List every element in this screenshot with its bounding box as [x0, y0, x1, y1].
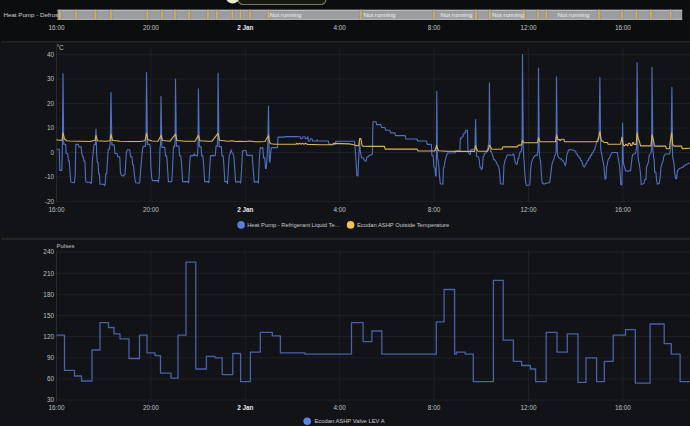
- svg-text:150: 150: [43, 312, 54, 319]
- svg-text:2 Jan: 2 Jan: [237, 24, 253, 31]
- svg-text:Heat Pump - Refrigerant Liquid: Heat Pump - Refrigerant Liquid Te...: [247, 222, 340, 228]
- svg-text:Not running: Not running: [270, 11, 303, 18]
- svg-text:12:00: 12:00: [521, 404, 537, 411]
- svg-text:2 Jan: 2 Jan: [237, 404, 253, 411]
- svg-text:4:00: 4:00: [333, 206, 346, 213]
- svg-text:8:00: 8:00: [428, 206, 441, 213]
- svg-text:60: 60: [47, 375, 55, 382]
- svg-text:30: 30: [47, 75, 55, 82]
- svg-text:°C: °C: [57, 44, 65, 51]
- svg-text:Not running: Not running: [558, 11, 591, 18]
- svg-text:16:00: 16:00: [49, 404, 65, 411]
- svg-text:Ecodan ASHP Outside Temperatur: Ecodan ASHP Outside Temperature: [357, 222, 449, 228]
- svg-text:4:00: 4:00: [333, 404, 346, 411]
- svg-text:16:00: 16:00: [615, 404, 631, 411]
- svg-text:Not running: Not running: [492, 11, 525, 18]
- svg-text:2 Jan: 2 Jan: [237, 206, 253, 213]
- svg-text:8:00: 8:00: [428, 404, 441, 411]
- svg-text:Not running: Not running: [364, 11, 397, 18]
- svg-text:4:00: 4:00: [333, 24, 346, 31]
- svg-text:30: 30: [47, 396, 55, 403]
- svg-text:Heat Pump - Defrost: Heat Pump - Defrost: [4, 11, 61, 18]
- svg-text:16:00: 16:00: [49, 24, 65, 31]
- svg-text:-20: -20: [45, 198, 55, 205]
- svg-text:240: 240: [43, 248, 54, 255]
- svg-text:90: 90: [47, 354, 55, 361]
- svg-text:Pulses: Pulses: [57, 243, 75, 249]
- svg-text:120: 120: [43, 333, 54, 340]
- svg-text:16:00: 16:00: [615, 206, 631, 213]
- svg-text:16:00: 16:00: [615, 24, 631, 31]
- svg-text:20:00: 20:00: [143, 24, 159, 31]
- svg-text:10: 10: [47, 124, 55, 131]
- svg-text:20:00: 20:00: [143, 206, 159, 213]
- svg-text:20: 20: [47, 100, 55, 107]
- svg-text:Not running: Not running: [441, 11, 474, 18]
- svg-text:180: 180: [43, 291, 54, 298]
- svg-text:8:00: 8:00: [428, 24, 441, 31]
- svg-text:0: 0: [50, 149, 54, 156]
- svg-text:16:00: 16:00: [49, 206, 65, 213]
- svg-text:Ecodan ASHP Valve LEV A: Ecodan ASHP Valve LEV A: [315, 418, 385, 424]
- svg-text:-10: -10: [45, 173, 55, 180]
- svg-text:20:00: 20:00: [143, 404, 159, 411]
- svg-text:12:00: 12:00: [521, 24, 537, 31]
- svg-text:210: 210: [43, 270, 54, 277]
- svg-text:40: 40: [47, 51, 55, 58]
- svg-text:12:00: 12:00: [521, 206, 537, 213]
